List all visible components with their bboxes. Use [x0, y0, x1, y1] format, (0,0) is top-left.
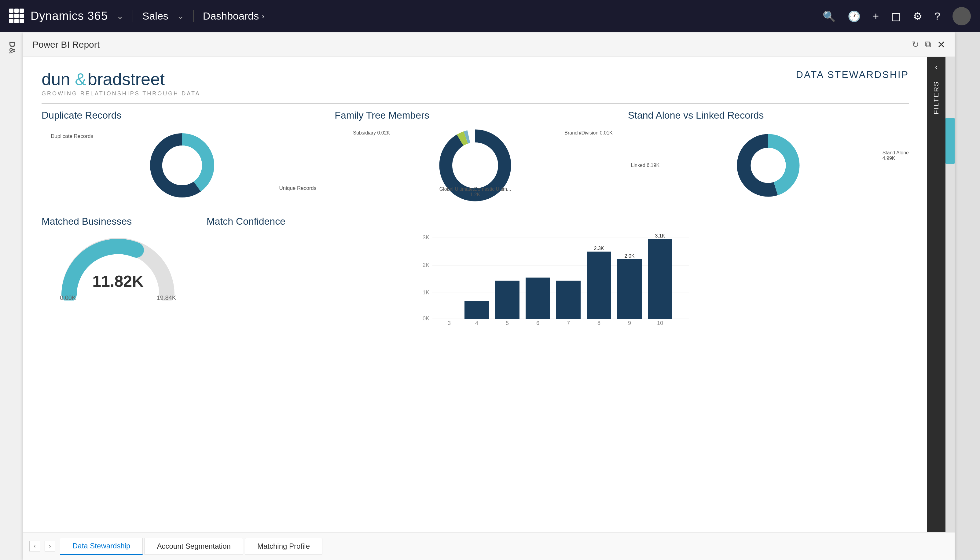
stand-alone-section: Stand Alone vs Linked Records Linked 6.1…	[628, 110, 909, 203]
svg-text:8: 8	[597, 320, 601, 326]
matched-businesses-section: Matched Businesses 11.82K	[42, 216, 195, 331]
duplicate-records-svg	[148, 132, 216, 199]
gauge-svg: 11.82K	[60, 233, 176, 300]
report-header: dun & bradstreet GROWING RELATIONSHIPS T…	[42, 69, 909, 103]
top-navigation: Dynamics 365 ⌄ Sales ⌄ Dashboards › 🔍 🕐 …	[0, 0, 980, 32]
pbi-window-controls: ↻ ⧉ ✕	[912, 39, 945, 50]
bar-8	[587, 252, 611, 319]
dashboards-chevron-icon: ›	[262, 12, 265, 20]
svg-text:5: 5	[506, 320, 509, 326]
nav-dashboards-item[interactable]: Dashboards ›	[203, 10, 265, 22]
svg-text:7: 7	[567, 320, 570, 326]
pbi-window-title: Power BI Report	[32, 40, 100, 50]
close-icon[interactable]: ✕	[937, 39, 945, 50]
filters-chevron-icon[interactable]: ‹	[935, 63, 938, 72]
pbi-tabs-bar: ‹ › Data Stewardship Account Segmentatio…	[23, 532, 955, 560]
duplicate-records-label: Duplicate Records	[51, 133, 93, 139]
logo-ampersand: &	[75, 69, 86, 88]
stand-alone-svg	[735, 132, 802, 199]
add-icon[interactable]: +	[873, 10, 879, 22]
duplicate-records-title: Duplicate Records	[42, 110, 323, 121]
filters-label: FILTERS	[932, 81, 940, 114]
bar-9	[617, 259, 642, 319]
svg-text:0.6K: 0.6K	[472, 296, 482, 301]
filters-sidebar[interactable]: ‹ FILTERS	[927, 57, 945, 532]
waffle-menu[interactable]	[9, 8, 25, 24]
app-title: Dynamics 365	[30, 10, 108, 23]
refresh-icon[interactable]: ↻	[912, 40, 919, 50]
subsidiary-label: Subsidiary 0.02K	[353, 130, 390, 136]
tab-next-button[interactable]: ›	[45, 541, 55, 552]
pbi-titlebar: Power BI Report ↻ ⧉ ✕	[23, 32, 955, 57]
bar-10	[648, 239, 672, 319]
nav-right-icons: 🔍 🕐 + ◫ ⚙ ?	[823, 7, 971, 25]
linked-label: Linked 6.19K	[631, 163, 659, 168]
unique-records-label: Unique Records	[279, 185, 316, 192]
scroll-thumb[interactable]	[945, 118, 955, 164]
logo-area: dun & bradstreet GROWING RELATIONSHIPS T…	[42, 69, 200, 97]
gauge-min-label: 0.00K	[60, 294, 76, 302]
right-scrollbar[interactable]	[945, 57, 955, 532]
tab-account-segmentation[interactable]: Account Segmentation	[144, 538, 243, 555]
svg-text:2.3K: 2.3K	[594, 246, 604, 251]
bar-chart-svg: 3K 2K 1K 0K	[206, 233, 909, 331]
family-tree-section: Family Tree Members Subsidiary 0.02K Bra…	[334, 110, 616, 203]
tab-matching-profile[interactable]: Matching Profile	[245, 538, 323, 555]
svg-text:2K: 2K	[423, 262, 429, 268]
sales-chevron-icon: ⌄	[177, 11, 184, 21]
gauge-labels: 0.00K 19.84K	[60, 294, 176, 302]
svg-text:2.0K: 2.0K	[625, 253, 635, 258]
bar-chart: 3K 2K 1K 0K	[206, 233, 909, 331]
branch-label: Branch/Division 0.01K	[564, 130, 612, 136]
logo-text: dun & bradstreet	[42, 69, 200, 89]
svg-text:3K: 3K	[423, 235, 429, 240]
nav-divider	[133, 10, 133, 22]
charts-row-1: Duplicate Records Duplicate Records Uniq…	[42, 110, 909, 203]
svg-point-6	[452, 142, 498, 188]
main-area: D& Power BI Report ↻ ⧉ ✕ dun &	[0, 32, 980, 560]
filter-icon[interactable]: ◫	[891, 10, 901, 22]
bar-7	[556, 281, 581, 319]
svg-text:6: 6	[536, 320, 539, 326]
gauge-max-label: 19.84K	[157, 294, 176, 302]
duplicate-records-section: Duplicate Records Duplicate Records Uniq…	[42, 110, 323, 203]
svg-text:1.3K: 1.3K	[502, 275, 512, 280]
popout-icon[interactable]: ⧉	[925, 40, 931, 50]
match-confidence-title: Match Confidence	[206, 216, 909, 227]
logo-tagline: GROWING RELATIONSHIPS THROUGH DATA	[42, 90, 200, 97]
svg-text:3: 3	[448, 320, 451, 326]
search-icon[interactable]: 🔍	[823, 10, 835, 22]
stand-alone-chart: Linked 6.19K Stand Alone4.99K	[628, 127, 909, 203]
nav-divider2	[193, 10, 194, 22]
svg-text:3.1K: 3.1K	[655, 233, 665, 238]
history-icon[interactable]: 🕐	[848, 10, 860, 22]
svg-text:1.3K: 1.3K	[564, 275, 574, 280]
brand-chevron-icon: ⌄	[116, 11, 123, 21]
gauge-chart: 11.82K 0.00K 19.84K	[42, 233, 195, 319]
report-area: dun & bradstreet GROWING RELATIONSHIPS T…	[23, 57, 955, 532]
logo-bradstreet: bradstreet	[88, 69, 165, 88]
stand-alone-title: Stand Alone vs Linked Records	[628, 110, 909, 121]
sidebar-label: D&	[7, 41, 17, 53]
svg-text:9: 9	[628, 320, 631, 326]
match-confidence-section: Match Confidence 3K 2K 1K 0K	[206, 216, 909, 331]
bar-6	[526, 278, 550, 319]
help-icon[interactable]: ?	[935, 10, 940, 22]
duplicate-records-chart: Duplicate Records Unique Records	[42, 127, 323, 203]
family-tree-title: Family Tree Members	[334, 110, 616, 121]
report-content: dun & bradstreet GROWING RELATIONSHIPS T…	[23, 57, 927, 532]
svg-text:1.4K: 1.4K	[533, 272, 543, 277]
tab-data-stewardship[interactable]: Data Stewardship	[60, 538, 143, 555]
svg-point-2	[162, 145, 202, 185]
bar-5	[495, 281, 519, 319]
left-sidebar: D&	[0, 32, 25, 560]
stand-alone-label: Stand Alone4.99K	[882, 150, 909, 161]
svg-text:10: 10	[657, 320, 663, 326]
tab-prev-button[interactable]: ‹	[29, 541, 40, 552]
svg-text:1K: 1K	[423, 290, 429, 296]
family-tree-chart: Subsidiary 0.02K Branch/Division 0.01K G…	[334, 127, 616, 203]
settings-icon[interactable]: ⚙	[913, 10, 922, 22]
nav-sales-item[interactable]: Sales	[142, 10, 168, 22]
user-avatar[interactable]	[952, 7, 971, 25]
bar-4	[464, 301, 489, 319]
